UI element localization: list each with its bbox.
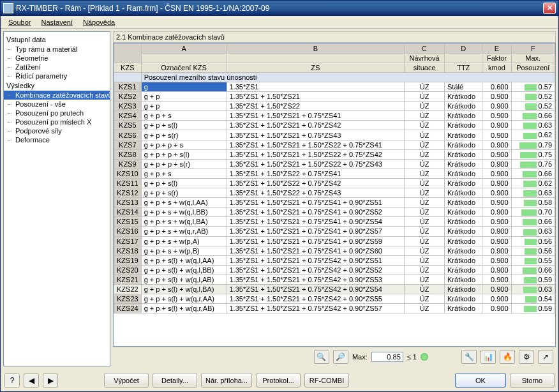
- tool-4-icon[interactable]: ⚙: [519, 350, 534, 364]
- cell-oznaceni[interactable]: g + p + s(l) + w(q,r,AB): [141, 304, 227, 313]
- cell-situace[interactable]: ÚZ: [405, 284, 445, 294]
- cell-posouzeni[interactable]: 0.66: [511, 111, 555, 121]
- calc-button[interactable]: Výpočet: [104, 373, 149, 388]
- cell-zs[interactable]: 1.35*ZS1 + 1.50*ZS21 + 0.75*ZS41 + 0.90*…: [227, 236, 405, 246]
- table-row[interactable]: KZS11g + p + s(l)1.35*ZS1 + 1.50*ZS22 + …: [114, 178, 555, 188]
- cell-situace[interactable]: ÚZ: [405, 102, 445, 111]
- cell-zs[interactable]: 1.35*ZS1 + 1.50*ZS21 + 0.75*ZS43: [227, 130, 405, 140]
- cell-ttz[interactable]: Stálé: [445, 82, 482, 92]
- cell-situace[interactable]: ÚZ: [405, 304, 445, 313]
- cell-ttz[interactable]: Krátkodo: [445, 217, 482, 227]
- cell-oznaceni[interactable]: g + p: [141, 102, 227, 111]
- cell-zs[interactable]: 1.35*ZS1 + 1.50*ZS21 + 0.75*ZS41 + 0.90*…: [227, 198, 405, 207]
- table-row[interactable]: KZS3g + p1.35*ZS1 + 1.50*ZS22ÚZKrátkodo0…: [114, 102, 555, 111]
- cell-kmod[interactable]: 0.900: [482, 130, 511, 140]
- cell-zs[interactable]: 1.35*ZS1 + 1.50*ZS22 + 0.75*ZS43: [227, 188, 405, 198]
- cell-kmod[interactable]: 0.900: [482, 111, 511, 121]
- cell-situace[interactable]: ÚZ: [405, 255, 445, 265]
- cell-zs[interactable]: 1.35*ZS1 + 1.50*ZS21 + 0.75*ZS42: [227, 121, 405, 130]
- nav-prev-icon[interactable]: ◀: [24, 373, 39, 388]
- cell-ttz[interactable]: Krátkodo: [445, 294, 482, 304]
- cell-posouzeni[interactable]: 0.66: [511, 217, 555, 227]
- cell-kmod[interactable]: 0.900: [482, 149, 511, 159]
- cell-kmod[interactable]: 0.900: [482, 178, 511, 188]
- table-row[interactable]: KZS23g + p + s(l) + w(q,r,AA)1.35*ZS1 + …: [114, 294, 555, 304]
- cell-oznaceni[interactable]: g + p + s(r): [141, 188, 227, 198]
- cell-situace[interactable]: ÚZ: [405, 82, 445, 92]
- col-C[interactable]: C: [405, 44, 445, 54]
- table-row[interactable]: KZS5g + p + s(l)1.35*ZS1 + 1.50*ZS21 + 0…: [114, 121, 555, 130]
- cell-ttz[interactable]: Krátkodo: [445, 140, 482, 149]
- cell-zs[interactable]: 1.35*ZS1 + 1.50*ZS21 + 0.75*ZS41 + 0.90*…: [227, 217, 405, 227]
- cell-kmod[interactable]: 0.900: [482, 265, 511, 275]
- cell-posouzeni[interactable]: 0.55: [511, 255, 555, 265]
- tree-item[interactable]: Posouzení po prutech: [4, 109, 110, 117]
- cell-posouzeni[interactable]: 0.52: [511, 102, 555, 111]
- max-input[interactable]: [371, 352, 403, 362]
- cell-kmod[interactable]: 0.900: [482, 159, 511, 169]
- cell-situace[interactable]: ÚZ: [405, 149, 445, 159]
- table-row[interactable]: KZS18g + p + s + w(p,B)1.35*ZS1 + 1.50*Z…: [114, 246, 555, 255]
- cell-ttz[interactable]: Krátkodo: [445, 121, 482, 130]
- cell-posouzeni[interactable]: 0.62: [511, 130, 555, 140]
- tool-3-icon[interactable]: 🔥: [500, 350, 515, 364]
- cell-oznaceni[interactable]: g + p + s + w(q,r,AB): [141, 227, 227, 236]
- cell-zs[interactable]: 1.35*ZS1 + 1.50*ZS21 + 0.75*ZS42 + 0.90*…: [227, 265, 405, 275]
- tree-root[interactable]: Výsledky: [4, 80, 110, 91]
- col-B[interactable]: B: [227, 44, 405, 54]
- details-button[interactable]: Detaily...: [153, 373, 197, 388]
- table-row[interactable]: KZS19g + p + s(l) + w(q,l,AA)1.35*ZS1 + …: [114, 255, 555, 265]
- cell-zs[interactable]: 1.35*ZS1 + 1.50*ZS22 + 0.75*ZS41: [227, 169, 405, 178]
- cell-situace[interactable]: ÚZ: [405, 246, 445, 255]
- cell-kmod[interactable]: 0.900: [482, 188, 511, 198]
- cell-situace[interactable]: ÚZ: [405, 265, 445, 275]
- cell-posouzeni[interactable]: 0.62: [511, 178, 555, 188]
- cell-posouzeni[interactable]: 0.75: [511, 149, 555, 159]
- cell-ttz[interactable]: Krátkodo: [445, 236, 482, 246]
- cell-posouzeni[interactable]: 0.56: [511, 236, 555, 246]
- cell-posouzeni[interactable]: 0.54: [511, 294, 555, 304]
- tree-root[interactable]: Vstupní data: [4, 34, 110, 45]
- cell-ttz[interactable]: Krátkodo: [445, 92, 482, 102]
- col-D[interactable]: D: [445, 44, 482, 54]
- cell-situace[interactable]: ÚZ: [405, 121, 445, 130]
- filter2-icon[interactable]: 🔎: [333, 350, 348, 364]
- cell-zs[interactable]: 1.35*ZS1 + 1.50*ZS21 + 0.75*ZS41 + 0.90*…: [227, 207, 405, 217]
- tree-item[interactable]: Posouzení po místech X: [4, 117, 110, 126]
- cell-oznaceni[interactable]: g + p + s(r): [141, 130, 227, 140]
- cell-zs[interactable]: 1.35*ZS1 + 1.50*ZS21 + 0.75*ZS42 + 0.90*…: [227, 304, 405, 313]
- tree-item[interactable]: Kombinace zatěžovacích stavů: [4, 91, 110, 100]
- cell-ttz[interactable]: Krátkodo: [445, 227, 482, 236]
- cell-oznaceni[interactable]: g + p + s(l) + w(q,l,BA): [141, 284, 227, 294]
- cell-situace[interactable]: ÚZ: [405, 178, 445, 188]
- cell-posouzeni[interactable]: 0.63: [511, 188, 555, 198]
- filter-icon[interactable]: 🔍: [314, 350, 329, 364]
- cell-situace[interactable]: ÚZ: [405, 130, 445, 140]
- cell-zs[interactable]: 1.35*ZS1 + 1.50*ZS21 + 0.75*ZS41 + 0.90*…: [227, 246, 405, 255]
- cell-kmod[interactable]: 0.900: [482, 102, 511, 111]
- cell-zs[interactable]: 1.35*ZS1 + 1.50*ZS21 + 1.50*ZS22 + 0.75*…: [227, 159, 405, 169]
- nav-next-icon[interactable]: ▶: [43, 373, 58, 388]
- cell-ttz[interactable]: Krátkodo: [445, 159, 482, 169]
- cell-kmod[interactable]: 0.900: [482, 275, 511, 284]
- tree-item[interactable]: Zatížení: [4, 63, 110, 72]
- cell-ttz[interactable]: Krátkodo: [445, 198, 482, 207]
- protokol-button[interactable]: Protokol...: [256, 373, 301, 388]
- cell-situace[interactable]: ÚZ: [405, 236, 445, 246]
- tree-item[interactable]: Deformace: [4, 135, 110, 144]
- table-row[interactable]: KZS16g + p + s + w(q,r,AB)1.35*ZS1 + 1.5…: [114, 227, 555, 236]
- cell-ttz[interactable]: Krátkodo: [445, 304, 482, 313]
- cell-oznaceni[interactable]: g + p + p + s(r): [141, 159, 227, 169]
- cell-situace[interactable]: ÚZ: [405, 169, 445, 178]
- cell-posouzeni[interactable]: 0.63: [511, 227, 555, 236]
- table-row[interactable]: KZS20g + p + s(l) + w(q,l,BB)1.35*ZS1 + …: [114, 265, 555, 275]
- cell-zs[interactable]: 1.35*ZS1 + 1.50*ZS21: [227, 92, 405, 102]
- table-row[interactable]: KZS4g + p + s1.35*ZS1 + 1.50*ZS21 + 0.75…: [114, 111, 555, 121]
- cell-kmod[interactable]: 0.900: [482, 255, 511, 265]
- cell-ttz[interactable]: Krátkodo: [445, 265, 482, 275]
- cell-zs[interactable]: 1.35*ZS1 + 1.50*ZS21 + 0.75*ZS42 + 0.90*…: [227, 294, 405, 304]
- cell-ttz[interactable]: Krátkodo: [445, 102, 482, 111]
- col-E[interactable]: E: [482, 44, 511, 54]
- cell-situace[interactable]: ÚZ: [405, 188, 445, 198]
- table-row[interactable]: KZS14g + p + s + w(q,l,BB)1.35*ZS1 + 1.5…: [114, 207, 555, 217]
